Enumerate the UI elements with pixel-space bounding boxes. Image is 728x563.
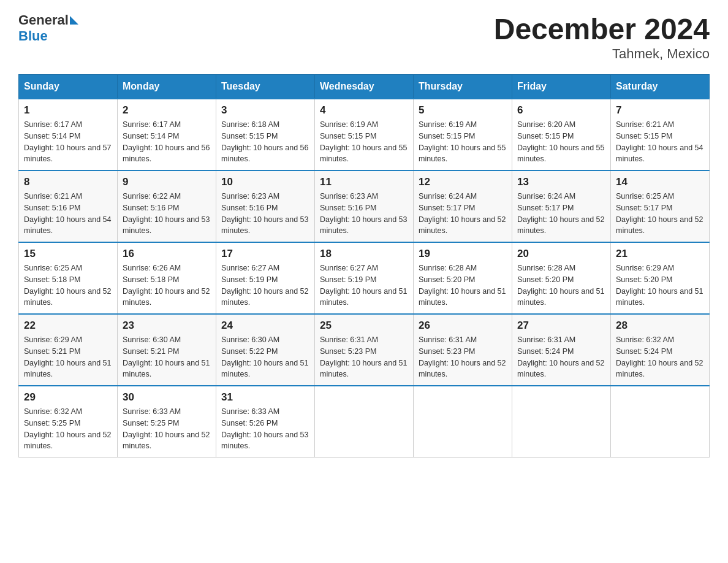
day-number: 25	[320, 320, 408, 332]
col-friday: Friday	[512, 75, 611, 99]
logo-blue: Blue	[18, 28, 48, 44]
day-info: Sunrise: 6:23 AMSunset: 5:16 PMDaylight:…	[320, 192, 407, 235]
day-info: Sunrise: 6:31 AMSunset: 5:24 PMDaylight:…	[517, 335, 604, 378]
day-number: 7	[616, 104, 704, 117]
day-info: Sunrise: 6:29 AMSunset: 5:21 PMDaylight:…	[24, 335, 111, 378]
table-row: 3 Sunrise: 6:18 AMSunset: 5:15 PMDayligh…	[216, 99, 315, 170]
day-info: Sunrise: 6:27 AMSunset: 5:19 PMDaylight:…	[320, 264, 407, 307]
table-row: 17 Sunrise: 6:27 AMSunset: 5:19 PMDaylig…	[216, 242, 315, 314]
table-row: 18 Sunrise: 6:27 AMSunset: 5:19 PMDaylig…	[315, 242, 414, 314]
table-row: 15 Sunrise: 6:25 AMSunset: 5:18 PMDaylig…	[19, 242, 118, 314]
table-row: 31 Sunrise: 6:33 AMSunset: 5:26 PMDaylig…	[216, 386, 315, 458]
day-info: Sunrise: 6:30 AMSunset: 5:22 PMDaylight:…	[221, 335, 308, 378]
day-info: Sunrise: 6:17 AMSunset: 5:14 PMDaylight:…	[123, 120, 210, 163]
table-row: 26 Sunrise: 6:31 AMSunset: 5:23 PMDaylig…	[414, 314, 512, 386]
day-number: 15	[24, 248, 112, 260]
calendar-week-row: 1 Sunrise: 6:17 AMSunset: 5:14 PMDayligh…	[19, 99, 710, 170]
col-monday: Monday	[118, 75, 216, 99]
day-info: Sunrise: 6:30 AMSunset: 5:21 PMDaylight:…	[123, 335, 210, 378]
day-info: Sunrise: 6:21 AMSunset: 5:16 PMDaylight:…	[24, 192, 111, 235]
day-info: Sunrise: 6:31 AMSunset: 5:23 PMDaylight:…	[320, 335, 407, 378]
day-number: 6	[517, 104, 605, 117]
logo-triangle-icon	[70, 16, 78, 25]
col-thursday: Thursday	[414, 75, 512, 99]
day-info: Sunrise: 6:29 AMSunset: 5:20 PMDaylight:…	[616, 264, 703, 307]
day-number: 20	[517, 248, 605, 260]
col-saturday: Saturday	[611, 75, 710, 99]
day-number: 12	[419, 176, 507, 188]
day-number: 24	[221, 320, 309, 332]
day-number: 3	[221, 104, 309, 117]
day-info: Sunrise: 6:19 AMSunset: 5:15 PMDaylight:…	[320, 120, 407, 163]
day-number: 28	[616, 320, 704, 332]
table-row: 5 Sunrise: 6:19 AMSunset: 5:15 PMDayligh…	[414, 99, 512, 170]
day-info: Sunrise: 6:33 AMSunset: 5:26 PMDaylight:…	[221, 407, 308, 450]
day-info: Sunrise: 6:28 AMSunset: 5:20 PMDaylight:…	[517, 264, 604, 307]
day-number: 23	[123, 320, 211, 332]
col-tuesday: Tuesday	[216, 75, 315, 99]
table-row: 29 Sunrise: 6:32 AMSunset: 5:25 PMDaylig…	[19, 386, 118, 458]
day-info: Sunrise: 6:32 AMSunset: 5:24 PMDaylight:…	[616, 335, 703, 378]
table-row	[611, 386, 710, 458]
day-number: 22	[24, 320, 112, 332]
table-row: 1 Sunrise: 6:17 AMSunset: 5:14 PMDayligh…	[19, 99, 118, 170]
day-info: Sunrise: 6:22 AMSunset: 5:16 PMDaylight:…	[123, 192, 210, 235]
table-row: 10 Sunrise: 6:23 AMSunset: 5:16 PMDaylig…	[216, 170, 315, 242]
day-info: Sunrise: 6:24 AMSunset: 5:17 PMDaylight:…	[419, 192, 506, 235]
table-row: 4 Sunrise: 6:19 AMSunset: 5:15 PMDayligh…	[315, 99, 414, 170]
day-info: Sunrise: 6:17 AMSunset: 5:14 PMDaylight:…	[24, 120, 111, 163]
day-number: 31	[221, 391, 309, 404]
day-info: Sunrise: 6:24 AMSunset: 5:17 PMDaylight:…	[517, 192, 604, 235]
day-info: Sunrise: 6:32 AMSunset: 5:25 PMDaylight:…	[24, 407, 111, 450]
table-row: 14 Sunrise: 6:25 AMSunset: 5:17 PMDaylig…	[611, 170, 710, 242]
table-row	[414, 386, 512, 458]
day-info: Sunrise: 6:31 AMSunset: 5:23 PMDaylight:…	[419, 335, 506, 378]
table-row: 20 Sunrise: 6:28 AMSunset: 5:20 PMDaylig…	[512, 242, 611, 314]
day-number: 26	[419, 320, 507, 332]
table-row: 28 Sunrise: 6:32 AMSunset: 5:24 PMDaylig…	[611, 314, 710, 386]
day-number: 4	[320, 104, 408, 117]
day-number: 17	[221, 248, 309, 260]
calendar-week-row: 29 Sunrise: 6:32 AMSunset: 5:25 PMDaylig…	[19, 386, 710, 458]
col-wednesday: Wednesday	[315, 75, 414, 99]
table-row	[512, 386, 611, 458]
day-number: 5	[419, 104, 507, 117]
day-info: Sunrise: 6:27 AMSunset: 5:19 PMDaylight:…	[221, 264, 308, 307]
calendar-week-row: 22 Sunrise: 6:29 AMSunset: 5:21 PMDaylig…	[19, 314, 710, 386]
table-row: 13 Sunrise: 6:24 AMSunset: 5:17 PMDaylig…	[512, 170, 611, 242]
day-number: 27	[517, 320, 605, 332]
day-info: Sunrise: 6:33 AMSunset: 5:25 PMDaylight:…	[123, 407, 210, 450]
day-info: Sunrise: 6:21 AMSunset: 5:15 PMDaylight:…	[616, 120, 703, 163]
day-number: 30	[123, 391, 211, 404]
logo: General Blue	[18, 12, 78, 44]
table-row: 2 Sunrise: 6:17 AMSunset: 5:14 PMDayligh…	[118, 99, 216, 170]
day-number: 11	[320, 176, 408, 188]
table-row: 16 Sunrise: 6:26 AMSunset: 5:18 PMDaylig…	[118, 242, 216, 314]
day-number: 29	[24, 391, 112, 404]
day-number: 14	[616, 176, 704, 188]
table-row: 27 Sunrise: 6:31 AMSunset: 5:24 PMDaylig…	[512, 314, 611, 386]
day-info: Sunrise: 6:26 AMSunset: 5:18 PMDaylight:…	[123, 264, 210, 307]
day-number: 18	[320, 248, 408, 260]
day-info: Sunrise: 6:19 AMSunset: 5:15 PMDaylight:…	[419, 120, 506, 163]
table-row: 21 Sunrise: 6:29 AMSunset: 5:20 PMDaylig…	[611, 242, 710, 314]
day-info: Sunrise: 6:23 AMSunset: 5:16 PMDaylight:…	[221, 192, 308, 235]
calendar-header-row: Sunday Monday Tuesday Wednesday Thursday…	[19, 75, 710, 99]
table-row: 22 Sunrise: 6:29 AMSunset: 5:21 PMDaylig…	[19, 314, 118, 386]
title-area: December 2024 Tahmek, Mexico	[494, 12, 710, 62]
calendar-week-row: 15 Sunrise: 6:25 AMSunset: 5:18 PMDaylig…	[19, 242, 710, 314]
table-row: 23 Sunrise: 6:30 AMSunset: 5:21 PMDaylig…	[118, 314, 216, 386]
day-info: Sunrise: 6:18 AMSunset: 5:15 PMDaylight:…	[221, 120, 308, 163]
day-number: 16	[123, 248, 211, 260]
day-info: Sunrise: 6:20 AMSunset: 5:15 PMDaylight:…	[517, 120, 604, 163]
day-number: 13	[517, 176, 605, 188]
table-row: 7 Sunrise: 6:21 AMSunset: 5:15 PMDayligh…	[611, 99, 710, 170]
table-row: 30 Sunrise: 6:33 AMSunset: 5:25 PMDaylig…	[118, 386, 216, 458]
table-row: 12 Sunrise: 6:24 AMSunset: 5:17 PMDaylig…	[414, 170, 512, 242]
day-number: 8	[24, 176, 112, 188]
table-row: 8 Sunrise: 6:21 AMSunset: 5:16 PMDayligh…	[19, 170, 118, 242]
location: Tahmek, Mexico	[494, 46, 710, 62]
day-info: Sunrise: 6:25 AMSunset: 5:17 PMDaylight:…	[616, 192, 703, 235]
day-number: 9	[123, 176, 211, 188]
day-info: Sunrise: 6:25 AMSunset: 5:18 PMDaylight:…	[24, 264, 111, 307]
